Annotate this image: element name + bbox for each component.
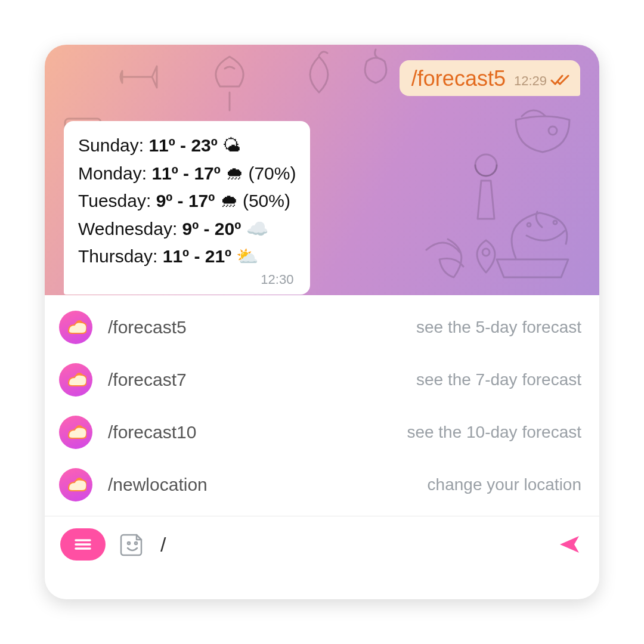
command-label: /forecast10: [108, 422, 196, 442]
outgoing-message[interactable]: /forecast5 12:29: [400, 60, 580, 96]
bot-avatar-icon: [59, 363, 92, 397]
incoming-message[interactable]: Sunday: 11º - 23º 🌤 Monday: 11º - 17º 🌧 …: [64, 121, 310, 295]
input-bar: /: [45, 516, 599, 572]
command-label: /forecast7: [108, 370, 187, 390]
bot-avatar-icon: [59, 468, 92, 501]
svg-point-14: [135, 542, 137, 544]
svg-point-1: [549, 126, 557, 135]
double-check-icon: [550, 73, 569, 89]
outgoing-text: /forecast5: [411, 66, 506, 91]
command-desc: change your location: [428, 475, 581, 494]
bot-avatar-icon: [59, 416, 92, 449]
command-item-newlocation[interactable]: /newlocation change your location: [45, 459, 599, 511]
command-desc: see the 10-day forecast: [407, 423, 581, 442]
command-desc: see the 7-day forecast: [416, 370, 581, 389]
command-item-forecast5[interactable]: /forecast5 see the 5-day forecast: [45, 301, 599, 354]
send-icon[interactable]: [555, 530, 584, 559]
command-item-forecast10[interactable]: /forecast10 see the 10-day forecast: [45, 406, 599, 459]
chat-window: /forecast5 12:29 Sunday: 11º - 23º 🌤 Mon…: [45, 45, 599, 599]
svg-point-4: [553, 221, 557, 224]
bot-avatar-icon: [59, 311, 92, 344]
svg-point-13: [128, 542, 130, 544]
svg-point-3: [527, 223, 531, 227]
command-label: /forecast5: [108, 317, 187, 338]
command-label: /newlocation: [108, 475, 208, 495]
forecast-text: Sunday: 11º - 23º 🌤 Monday: 11º - 17º 🌧 …: [78, 132, 296, 271]
incoming-time: 12:30: [78, 272, 296, 287]
sticker-icon[interactable]: [117, 530, 146, 559]
messages-area: /forecast5 12:29 Sunday: 11º - 23º 🌤 Mon…: [45, 45, 599, 295]
command-item-forecast7[interactable]: /forecast7 see the 7-day forecast: [45, 354, 599, 406]
outgoing-time: 12:29: [514, 73, 547, 89]
command-desc: see the 5-day forecast: [416, 318, 581, 337]
message-input[interactable]: /: [158, 533, 543, 556]
bot-menu-button[interactable]: [60, 528, 106, 561]
command-suggestions: /forecast5 see the 5-day forecast /forec…: [45, 295, 599, 516]
svg-point-5: [482, 249, 490, 256]
svg-point-2: [475, 154, 497, 176]
